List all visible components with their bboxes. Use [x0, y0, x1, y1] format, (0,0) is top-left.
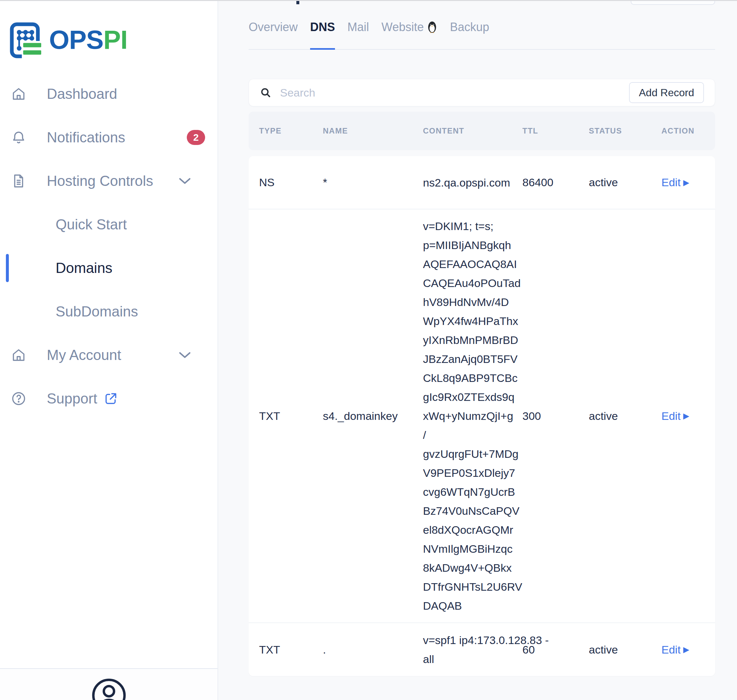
brand-wordmark-secondary: PI — [103, 25, 128, 54]
edit-label: Edit — [661, 176, 681, 189]
brand-logo[interactable]: OPSPI — [0, 0, 217, 59]
cell-status: active — [589, 410, 661, 422]
tab-dns[interactable]: DNS — [310, 20, 335, 50]
cell-name: * — [323, 176, 423, 189]
edit-link[interactable]: Edit▶ — [661, 410, 689, 422]
sidebar-item-label: My Account — [47, 347, 121, 363]
content-line: gvzUqrgFUt+7MDg — [423, 444, 523, 463]
sidebar-item-label: Notifications — [47, 129, 125, 146]
cell-content: ns2.qa.opspi.com — [423, 166, 523, 199]
cell-name: s4._domainkey — [323, 410, 423, 422]
home-icon — [11, 347, 26, 363]
penguin-icon — [427, 21, 438, 33]
content-line: el8dXQocrAGQMr — [423, 521, 523, 539]
chevron-down-icon — [178, 351, 191, 359]
content-line: WpYX4fw4HPaThx — [423, 312, 523, 331]
sidebar-item-quick-start[interactable]: Quick Start — [0, 203, 217, 246]
cell-type: TXT — [259, 643, 323, 656]
table-row: TXT.v=spf1 ip4:173.0.128.83 -all60active… — [249, 622, 715, 676]
brand-wordmark: OPSPI — [49, 27, 128, 53]
content-line: v=DKIM1; t=s; — [423, 217, 523, 235]
external-link-icon — [104, 391, 118, 406]
cell-ttl: 86400 — [523, 176, 589, 189]
search-toolbar: Add Record — [249, 79, 715, 106]
sidebar-item-dashboard[interactable]: Dashboard — [0, 72, 217, 116]
table-row: TXTs4._domainkeyv=DKIM1; t=s;p=MIIBIjANB… — [249, 209, 715, 622]
search-input[interactable] — [280, 87, 629, 99]
content-line: DAQAB — [423, 596, 523, 615]
sidebar-item-label: Domains — [56, 260, 113, 276]
active-indicator — [6, 254, 9, 282]
content-line: V9PEP0S1xDlejy7 — [423, 463, 523, 482]
add-record-button[interactable]: Add Record — [629, 82, 704, 103]
content-line: p=MIIBIjANBgkqh — [423, 235, 523, 254]
content-line: hV89HdNvMv/4D — [423, 293, 523, 312]
main-content: OverviewDNSMailWebsiteBackup Add Record … — [219, 0, 737, 700]
cell-action: Edit▶ — [661, 410, 715, 422]
cell-status: active — [589, 643, 661, 656]
sidebar-item-label: Dashboard — [47, 86, 117, 102]
sidebar-item-my-account[interactable]: My Account — [0, 333, 217, 376]
document-icon — [11, 173, 26, 189]
cell-name: . — [323, 643, 423, 656]
dns-table-body: NS*ns2.qa.opspi.com86400activeEdit▶TXTs4… — [249, 156, 715, 676]
content-line: Bz74V0uNsCaPQV — [423, 501, 523, 521]
content-line: JBzZanAjq0BT5FV — [423, 350, 523, 369]
brand-wordmark-primary: OPS — [49, 25, 103, 54]
sidebar-item-notifications[interactable]: Notifications2 — [0, 116, 217, 159]
window-top-edge — [0, 0, 737, 1]
column-header-name: NAME — [323, 126, 423, 135]
bell-icon — [11, 129, 26, 145]
sidebar-item-subdomains[interactable]: SubDomains — [0, 290, 217, 333]
table-row: NS*ns2.qa.opspi.com86400activeEdit▶ — [249, 156, 715, 209]
column-header-type: TYPE — [259, 126, 323, 135]
cell-type: TXT — [259, 410, 323, 422]
tab-overview[interactable]: Overview — [249, 20, 298, 50]
tab-website[interactable]: Website — [382, 20, 438, 50]
sidebar: OPSPI DashboardNotifications2Hosting Con… — [0, 0, 218, 700]
tab-label: DNS — [310, 20, 335, 34]
sidebar-item-label: SubDomains — [56, 303, 138, 320]
dns-table-header: TYPENAMECONTENTTTLSTATUSACTION — [249, 112, 715, 150]
edit-arrow-icon: ▶ — [683, 412, 689, 420]
cell-content: v=DKIM1; t=s;p=MIIBIjANBgkqhAQEFAAOCAQ8A… — [423, 209, 523, 622]
edit-link[interactable]: Edit▶ — [661, 176, 689, 189]
cell-action: Edit▶ — [661, 643, 715, 656]
content-line: v=spf1 ip4:173.0.128.83 - — [423, 631, 523, 650]
cell-ttl: 300 — [523, 410, 589, 422]
tab-mail[interactable]: Mail — [347, 20, 369, 50]
content-line: cvg6WTqN7gUcrB — [423, 482, 523, 501]
content-line: CAQEAu4oPOuTad — [423, 274, 523, 293]
content-line: xWq+yNumzQjI+g — [423, 406, 523, 425]
content-line: yIXnRbMnPMBrBD — [423, 331, 523, 350]
sidebar-item-label: Hosting Controls — [47, 173, 153, 189]
user-avatar-icon[interactable] — [91, 677, 127, 700]
sidebar-item-support[interactable]: Support — [0, 376, 217, 420]
edit-arrow-icon: ▶ — [683, 646, 689, 653]
tab-label: Website — [382, 20, 424, 34]
tab-label: Backup — [450, 20, 489, 34]
content-line: 8kADwg4V+QBkx — [423, 558, 523, 577]
sidebar-item-label: Quick Start — [56, 216, 127, 233]
tab-backup[interactable]: Backup — [450, 20, 489, 50]
column-header-action: ACTION — [661, 126, 715, 135]
search-icon — [260, 87, 272, 99]
content-line: all — [423, 650, 523, 669]
column-header-content: CONTENT — [423, 126, 523, 135]
sidebar-item-hosting-controls[interactable]: Hosting Controls — [0, 159, 217, 203]
edit-link[interactable]: Edit▶ — [661, 643, 689, 656]
cell-content: v=spf1 ip4:173.0.128.83 -all — [423, 624, 523, 676]
column-header-ttl: TTL — [523, 126, 589, 135]
home-icon — [11, 86, 26, 102]
sidebar-item-domains[interactable]: Domains — [0, 246, 217, 290]
cell-status: active — [589, 176, 661, 189]
sidebar-nav: DashboardNotifications2Hosting ControlsQ… — [0, 72, 217, 420]
content-line: CkL8q9ABP9TCBc — [423, 369, 523, 387]
content-line: AQEFAAOCAQ8AI — [423, 254, 523, 274]
edit-arrow-icon: ▶ — [683, 179, 689, 187]
opspi-logo-icon — [10, 22, 42, 57]
sidebar-footer — [0, 668, 217, 700]
tab-label: Mail — [347, 20, 369, 34]
edit-label: Edit — [661, 643, 681, 656]
sidebar-item-label: Support — [47, 390, 97, 407]
